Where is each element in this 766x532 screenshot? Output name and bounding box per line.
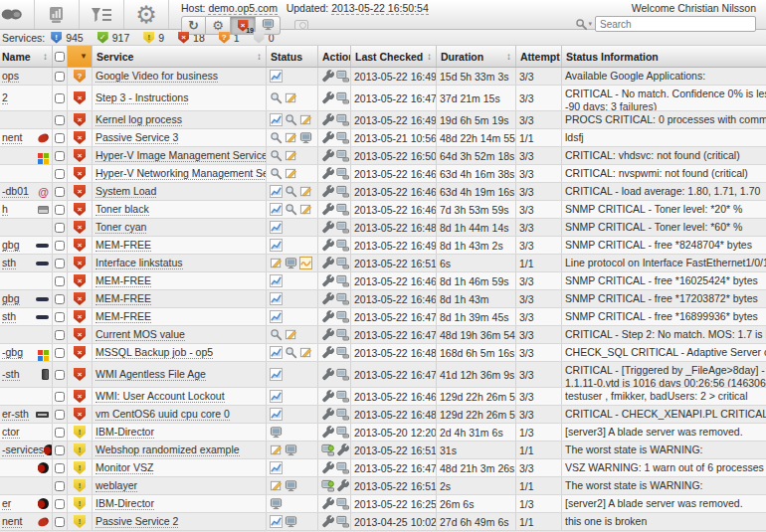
graph-icon[interactable]: [270, 113, 283, 126]
magnifier-icon[interactable]: [270, 149, 283, 162]
row-checkbox[interactable]: [55, 205, 65, 215]
comment-icon[interactable]: [285, 131, 297, 144]
host-computer-icon[interactable]: [336, 149, 349, 162]
row-checkbox[interactable]: [55, 499, 65, 509]
sort-icon[interactable]: ↕: [257, 51, 262, 62]
host-computer-icon[interactable]: [336, 185, 349, 198]
host-computer-icon[interactable]: [336, 426, 349, 439]
reports-button[interactable]: [35, 0, 80, 29]
host-link[interactable]: er: [2, 497, 11, 510]
column-header-actions[interactable]: Actions: [318, 46, 351, 67]
host-link[interactable]: -sth: [2, 368, 20, 381]
monitor-icon[interactable]: [299, 131, 312, 144]
summary-warning[interactable]: !9: [143, 32, 164, 44]
row-checkbox[interactable]: [55, 348, 65, 358]
host-computer-icon[interactable]: [336, 328, 349, 341]
host-computer-icon[interactable]: [336, 257, 349, 269]
monitoring-view-button[interactable]: [0, 0, 35, 29]
host-computer-icon[interactable]: [336, 497, 349, 510]
column-header-service[interactable]: Service↕: [93, 46, 267, 67]
host-computer-icon[interactable]: [336, 167, 349, 180]
column-header-attempt[interactable]: Attempt↕: [516, 46, 562, 67]
comment-icon[interactable]: [299, 113, 312, 126]
graph-icon[interactable]: [270, 310, 283, 323]
summary-ok[interactable]: ✓917: [97, 32, 130, 44]
host-computer-icon[interactable]: [336, 91, 349, 104]
host-computer-ok-icon[interactable]: [321, 443, 334, 456]
host-computer-icon[interactable]: [336, 203, 349, 216]
magnifier-icon[interactable]: [285, 346, 297, 359]
wrench-icon[interactable]: [321, 368, 334, 381]
traffic-graph-icon[interactable]: [299, 257, 312, 269]
screenshot-icon[interactable]: [294, 20, 308, 30]
wrench-icon[interactable]: [321, 113, 334, 126]
service-link[interactable]: vm CentOS6 uuid cpu core 0: [96, 408, 230, 421]
wrench-icon[interactable]: [321, 328, 334, 341]
wrench-icon[interactable]: [336, 443, 349, 456]
sort-icon[interactable]: ↕: [43, 51, 48, 62]
service-link[interactable]: Kernel log process: [96, 113, 182, 126]
row-checkbox[interactable]: [55, 115, 65, 125]
host-computer-icon[interactable]: [336, 131, 349, 144]
graph-icon[interactable]: [270, 346, 283, 359]
host-computer-icon[interactable]: [336, 515, 349, 528]
comment-icon[interactable]: [299, 203, 312, 216]
comment-icon[interactable]: [285, 167, 297, 180]
row-checkbox[interactable]: [55, 445, 65, 455]
row-checkbox[interactable]: [55, 370, 65, 380]
comment-icon[interactable]: [270, 257, 283, 269]
graph-icon[interactable]: [270, 70, 283, 83]
row-checkbox[interactable]: [55, 330, 65, 340]
wrench-icon[interactable]: [321, 203, 334, 216]
host-link[interactable]: -gbg: [2, 346, 23, 359]
wrench-icon[interactable]: [321, 185, 334, 198]
service-link[interactable]: Interface linkstatus: [96, 257, 183, 269]
graph-icon[interactable]: [270, 239, 283, 252]
service-link[interactable]: Google Video for business: [96, 70, 218, 83]
graph-icon[interactable]: [270, 203, 283, 216]
row-checkbox[interactable]: [55, 72, 65, 82]
comment-icon[interactable]: [285, 91, 297, 104]
comment-icon[interactable]: [270, 479, 283, 492]
row-checkbox[interactable]: [55, 223, 65, 233]
sort-icon[interactable]: ↕: [427, 51, 432, 62]
row-checkbox[interactable]: [55, 410, 65, 420]
host-computer-icon[interactable]: [336, 408, 349, 421]
host-link[interactable]: er-sth: [2, 408, 29, 421]
service-link[interactable]: Passive Service 2: [96, 515, 178, 528]
monitor-icon[interactable]: [270, 497, 283, 510]
wrench-icon[interactable]: [321, 390, 334, 403]
comment-icon[interactable]: [270, 443, 283, 456]
column-header-name[interactable]: Name↕: [0, 46, 53, 67]
service-link[interactable]: MEM-FREE: [96, 310, 151, 323]
host-link[interactable]: nent: [2, 131, 22, 144]
service-link[interactable]: Current MOS value: [96, 328, 185, 341]
monitor-icon[interactable]: [285, 443, 297, 456]
magnifier-icon[interactable]: [270, 328, 283, 341]
service-link[interactable]: IBM-Director: [96, 497, 154, 510]
wrench-icon[interactable]: [336, 479, 349, 492]
wrench-icon[interactable]: [321, 515, 334, 528]
wrench-icon[interactable]: [321, 239, 334, 252]
select-all-checkbox[interactable]: [55, 52, 65, 62]
service-link[interactable]: Hyper-V Image Management Service: [96, 149, 267, 162]
wrench-icon[interactable]: [321, 149, 334, 162]
service-link[interactable]: Toner cyan: [96, 221, 146, 234]
host-link[interactable]: 2: [2, 91, 8, 104]
service-link[interactable]: Monitor VSZ: [96, 461, 153, 474]
host-computer-icon[interactable]: [336, 390, 349, 403]
comment-icon[interactable]: [299, 185, 312, 198]
graph-icon[interactable]: [270, 292, 283, 305]
host-value[interactable]: demo.op5.com: [208, 2, 277, 15]
comment-icon[interactable]: [285, 149, 297, 162]
service-link[interactable]: Hyper-V Networking Management Service: [96, 167, 267, 180]
monitor-icon[interactable]: [270, 426, 283, 439]
host-computer-icon[interactable]: [336, 70, 349, 83]
host-link[interactable]: ctor: [2, 426, 20, 439]
graph-icon[interactable]: [270, 221, 283, 234]
comment-icon[interactable]: [299, 346, 312, 359]
row-checkbox[interactable]: [55, 241, 65, 251]
updated-value[interactable]: 2013-05-22 16:50:54: [331, 2, 429, 15]
row-checkbox[interactable]: [55, 517, 65, 527]
column-header-status-information[interactable]: Status Information: [562, 46, 766, 67]
